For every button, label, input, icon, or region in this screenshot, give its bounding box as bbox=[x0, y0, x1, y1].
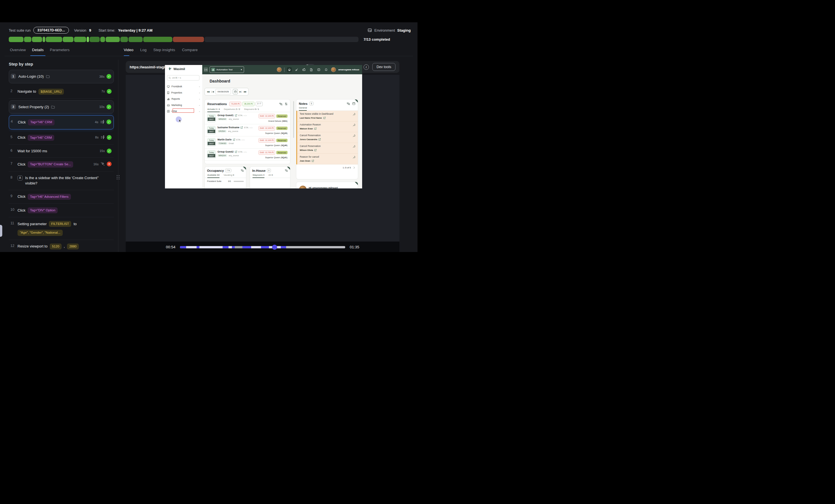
reservations-tab-departures[interactable]: Departures 2 / 2 bbox=[224, 108, 240, 112]
playhead[interactable] bbox=[272, 245, 277, 250]
external-link-icon[interactable] bbox=[233, 138, 235, 141]
search-list-icon[interactable] bbox=[285, 169, 288, 172]
guest-name[interactable]: Martin Dario bbox=[218, 138, 232, 141]
sidebar-item-crm[interactable]: CRM⌄ bbox=[167, 109, 200, 114]
calendar-icon[interactable] bbox=[352, 102, 355, 105]
pin-icon[interactable] bbox=[352, 134, 355, 137]
date-input[interactable]: 09/26/2025 bbox=[215, 89, 231, 94]
viewer-tab-step-insights[interactable]: Step insights bbox=[154, 48, 175, 56]
timeline-scrubber[interactable] bbox=[180, 246, 345, 248]
bell-icon[interactable] bbox=[324, 67, 328, 72]
test-progress-bar[interactable] bbox=[9, 37, 359, 42]
viewer-tab-log[interactable]: Log bbox=[140, 48, 147, 56]
step-item-6[interactable]: 6Wait for 15000 ms15s✓ bbox=[9, 145, 114, 158]
document-add-icon[interactable] bbox=[309, 67, 314, 72]
workspace-selector[interactable]: Automation Test ▼ bbox=[210, 66, 244, 73]
sidebar-item-marketing[interactable]: Marketing⌄ bbox=[167, 103, 200, 107]
chevron-right-icon[interactable] bbox=[353, 166, 355, 169]
step-item-11[interactable]: 11Setting parameterFILTERLISTto"Age", "G… bbox=[9, 217, 114, 240]
user-avatar[interactable] bbox=[331, 67, 336, 72]
app-logo[interactable]: Wasimil bbox=[168, 67, 185, 70]
step-item-9[interactable]: 9ClickTag="H6" Advanced Filters bbox=[9, 190, 114, 204]
search-list-icon[interactable] bbox=[347, 102, 350, 105]
run-id-pill[interactable]: 31F0417D-6ED... bbox=[33, 27, 69, 34]
tab-details[interactable]: Details bbox=[32, 48, 43, 56]
viewer-tab-compare[interactable]: Compare bbox=[182, 48, 198, 56]
note-author[interactable]: Jones Cassandra bbox=[300, 138, 355, 141]
step-item-4[interactable]: 4ClickTag="H6" CRM4s✓ bbox=[9, 115, 114, 129]
viewer-tab-video[interactable]: Video bbox=[124, 48, 133, 56]
fast-rewind-icon[interactable]: ◀◀ bbox=[207, 91, 209, 93]
external-link-icon[interactable] bbox=[240, 126, 243, 129]
note-item[interactable]: Reason for cancelJean Dean bbox=[297, 154, 358, 164]
note-author[interactable]: Last Name First Name bbox=[300, 117, 355, 119]
step-item-8[interactable]: 8AIs the a sidebar with the title 'Creat… bbox=[9, 172, 114, 190]
search-list-icon[interactable] bbox=[279, 102, 283, 106]
reservation-row[interactable]: Today09/27Group Guest2ETA: --:--MINZAXan… bbox=[205, 148, 290, 161]
mailbox-icon[interactable] bbox=[302, 67, 306, 72]
step-item-2[interactable]: 2Navigate to${BASE_URL}7s✓ bbox=[9, 85, 114, 99]
user-name[interactable]: amanogawa mitsuo bbox=[339, 68, 359, 71]
pin-icon[interactable] bbox=[352, 113, 355, 116]
step-item-3[interactable]: 3Select Property (2)10s✓ bbox=[9, 100, 114, 114]
panel-resize-handle[interactable] bbox=[116, 173, 120, 181]
note-author[interactable]: Jean Dean bbox=[300, 160, 355, 162]
tab-parameters[interactable]: Parameters bbox=[50, 48, 70, 56]
sidebar-item-reports[interactable]: Reports⌄ bbox=[167, 97, 200, 101]
left-scroll-nub[interactable] bbox=[0, 225, 2, 237]
search-list-icon[interactable] bbox=[241, 169, 244, 172]
next-day-icon[interactable]: ▶❘ bbox=[240, 91, 242, 93]
calendar-add-icon[interactable] bbox=[317, 67, 321, 72]
step-item-1[interactable]: 1Auto-Login (10)38s✓ bbox=[9, 70, 114, 83]
prev-day-icon[interactable]: ❘◀ bbox=[211, 91, 213, 93]
reservations-tab-arrivals[interactable]: Arrivals 0 / 4 bbox=[207, 108, 220, 112]
sidebar-item-properties[interactable]: Properties⌄ bbox=[167, 90, 200, 95]
reservation-row[interactable]: Today09/27Martin DarioETA: --:--T29M3DEm… bbox=[205, 137, 290, 148]
fast-forward-icon[interactable]: ▶▶ bbox=[244, 91, 246, 93]
reservation-row[interactable]: Today09/27Group Guest1ETA: --:--MINZAXan… bbox=[205, 112, 290, 124]
step-item-7[interactable]: 7ClickTag="BUTTON" Create Se...16s× bbox=[9, 158, 114, 171]
avatar[interactable] bbox=[277, 67, 282, 72]
notes-tab-general[interactable]: General bbox=[299, 106, 307, 110]
room-label: Superior Queen (SQ20) bbox=[259, 132, 288, 135]
scrollbar[interactable] bbox=[293, 101, 294, 138]
occupancy-tab-available[interactable]: Available 60 bbox=[207, 174, 220, 178]
external-link-icon[interactable] bbox=[235, 114, 237, 117]
step-duration: 4s bbox=[95, 120, 98, 124]
inhouse-tab-all[interactable]: All 0 bbox=[268, 174, 273, 178]
external-link-icon[interactable] bbox=[235, 150, 237, 153]
info-icon[interactable]: i bbox=[364, 64, 369, 70]
note-item[interactable]: Cancel ReservationJones Cassandra bbox=[297, 132, 358, 143]
guest-name[interactable]: lastname firstname bbox=[218, 126, 239, 129]
note-item[interactable]: Cancel ReservationWilson Olivia bbox=[297, 143, 358, 154]
step-item-10[interactable]: 10ClickTag="DIV" Option bbox=[9, 204, 114, 217]
devtools-button[interactable]: Dev tools bbox=[372, 63, 395, 71]
note-author[interactable]: Watson Evan bbox=[300, 127, 355, 130]
pin-icon[interactable] bbox=[352, 156, 355, 159]
step-item-12[interactable]: 12Resize viewport to5120,2880 bbox=[9, 240, 114, 252]
reservation-row[interactable]: Today09/27lastname firstnameETA: --:--ER… bbox=[205, 124, 290, 137]
booking-code: MINZAX bbox=[218, 118, 227, 120]
dashboard-title: Dashboard bbox=[210, 79, 230, 83]
tab-overview[interactable]: Overview bbox=[10, 48, 26, 56]
step-item-5[interactable]: 5ClickTag="H6" CRM8s✓ bbox=[9, 131, 114, 145]
note-item[interactable]: Test Notes visible in DashboardLast Name… bbox=[297, 111, 358, 121]
app-search-input[interactable]: ctrl/⌘ + k bbox=[167, 75, 199, 81]
reservations-tab-stayovers[interactable]: Stayovers 0 / 1 bbox=[244, 108, 259, 112]
pin-icon[interactable] bbox=[352, 145, 355, 148]
home-icon[interactable] bbox=[287, 67, 292, 72]
sort-icon[interactable] bbox=[285, 102, 288, 106]
note-item[interactable]: Automation ReasonWatson Evan bbox=[297, 121, 358, 132]
calendar-icon[interactable] bbox=[233, 89, 238, 94]
guest-name[interactable]: Group Guest1 bbox=[218, 114, 233, 117]
guest-name[interactable]: Group Guest2 bbox=[218, 150, 233, 153]
sidebar-collapse-icon[interactable] bbox=[204, 67, 208, 72]
progress-segment bbox=[32, 37, 42, 42]
pin-icon[interactable] bbox=[352, 123, 355, 126]
housekeeping-icon[interactable] bbox=[294, 67, 299, 72]
chart-icon bbox=[167, 98, 170, 100]
inhouse-tab-stayovers[interactable]: Stayovers 0 bbox=[252, 174, 264, 178]
sidebar-item-frontdesk[interactable]: Frontdesk⌄ bbox=[167, 84, 200, 89]
note-author[interactable]: Wilson Olivia bbox=[300, 149, 355, 152]
occupancy-tab-vacating[interactable]: Vacating 0 bbox=[223, 174, 234, 178]
